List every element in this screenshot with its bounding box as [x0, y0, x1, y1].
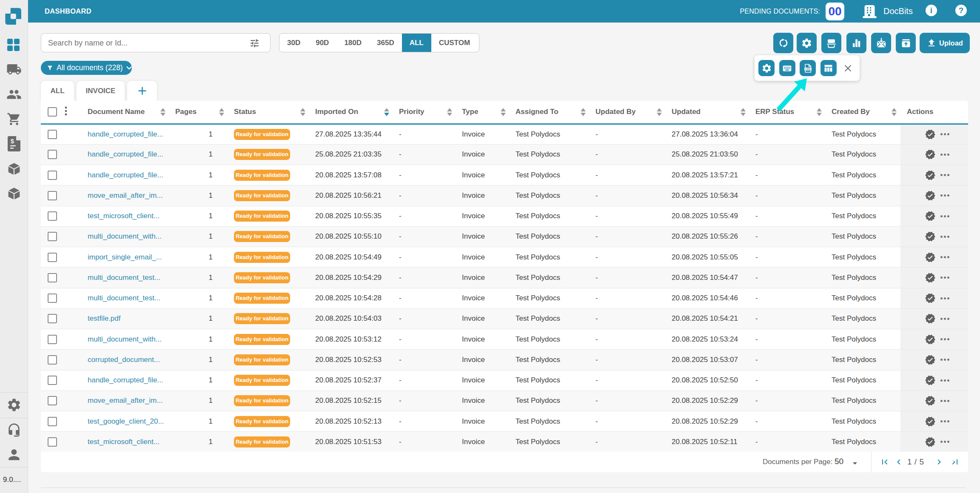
svg-text:$: $ — [10, 137, 14, 145]
svg-text:LOG: LOG — [805, 68, 811, 70]
